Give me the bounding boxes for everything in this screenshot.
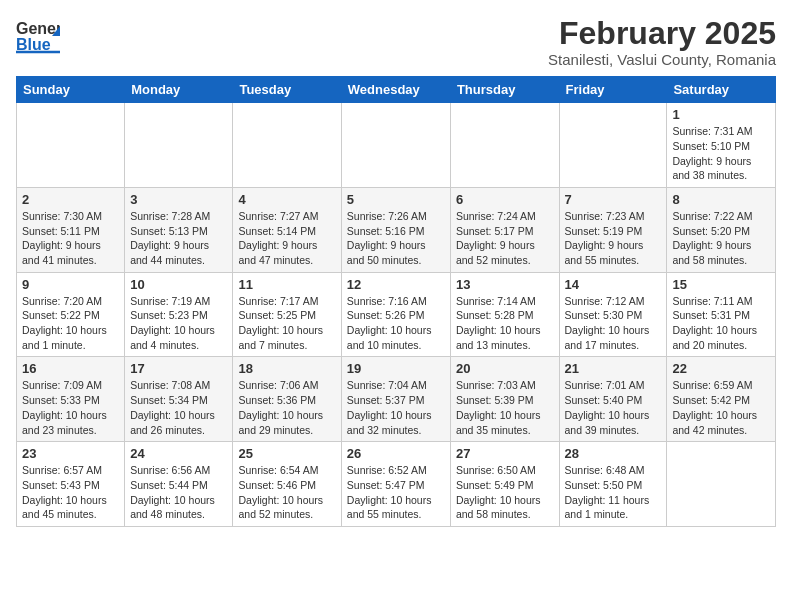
calendar-cell: 10Sunrise: 7:19 AM Sunset: 5:23 PM Dayli… (125, 272, 233, 357)
day-number: 24 (130, 446, 227, 461)
day-number: 5 (347, 192, 445, 207)
day-number: 22 (672, 361, 770, 376)
day-number: 6 (456, 192, 554, 207)
weekday-header-monday: Monday (125, 77, 233, 103)
day-info: Sunrise: 7:24 AM Sunset: 5:17 PM Dayligh… (456, 209, 554, 268)
calendar-cell: 16Sunrise: 7:09 AM Sunset: 5:33 PM Dayli… (17, 357, 125, 442)
day-number: 4 (238, 192, 335, 207)
calendar-cell: 15Sunrise: 7:11 AM Sunset: 5:31 PM Dayli… (667, 272, 776, 357)
day-info: Sunrise: 7:08 AM Sunset: 5:34 PM Dayligh… (130, 378, 227, 437)
day-info: Sunrise: 7:09 AM Sunset: 5:33 PM Dayligh… (22, 378, 119, 437)
day-number: 17 (130, 361, 227, 376)
day-info: Sunrise: 6:54 AM Sunset: 5:46 PM Dayligh… (238, 463, 335, 522)
day-info: Sunrise: 7:01 AM Sunset: 5:40 PM Dayligh… (565, 378, 662, 437)
title-block: February 2025 Stanilesti, Vaslui County,… (548, 16, 776, 68)
calendar-cell: 19Sunrise: 7:04 AM Sunset: 5:37 PM Dayli… (341, 357, 450, 442)
day-info: Sunrise: 6:48 AM Sunset: 5:50 PM Dayligh… (565, 463, 662, 522)
day-number: 10 (130, 277, 227, 292)
day-number: 13 (456, 277, 554, 292)
day-number: 21 (565, 361, 662, 376)
day-number: 19 (347, 361, 445, 376)
weekday-header-thursday: Thursday (450, 77, 559, 103)
day-number: 12 (347, 277, 445, 292)
day-number: 11 (238, 277, 335, 292)
calendar-week-row: 9Sunrise: 7:20 AM Sunset: 5:22 PM Daylig… (17, 272, 776, 357)
calendar-cell (667, 442, 776, 527)
day-info: Sunrise: 6:56 AM Sunset: 5:44 PM Dayligh… (130, 463, 227, 522)
day-number: 15 (672, 277, 770, 292)
day-info: Sunrise: 7:12 AM Sunset: 5:30 PM Dayligh… (565, 294, 662, 353)
day-number: 18 (238, 361, 335, 376)
calendar-cell: 23Sunrise: 6:57 AM Sunset: 5:43 PM Dayli… (17, 442, 125, 527)
day-number: 27 (456, 446, 554, 461)
calendar-week-row: 2Sunrise: 7:30 AM Sunset: 5:11 PM Daylig… (17, 187, 776, 272)
calendar-cell: 8Sunrise: 7:22 AM Sunset: 5:20 PM Daylig… (667, 187, 776, 272)
calendar-cell (450, 103, 559, 188)
calendar-cell: 3Sunrise: 7:28 AM Sunset: 5:13 PM Daylig… (125, 187, 233, 272)
day-info: Sunrise: 6:57 AM Sunset: 5:43 PM Dayligh… (22, 463, 119, 522)
calendar-cell: 22Sunrise: 6:59 AM Sunset: 5:42 PM Dayli… (667, 357, 776, 442)
day-info: Sunrise: 6:52 AM Sunset: 5:47 PM Dayligh… (347, 463, 445, 522)
calendar-cell: 11Sunrise: 7:17 AM Sunset: 5:25 PM Dayli… (233, 272, 341, 357)
calendar-cell: 4Sunrise: 7:27 AM Sunset: 5:14 PM Daylig… (233, 187, 341, 272)
location-title: Stanilesti, Vaslui County, Romania (548, 51, 776, 68)
calendar-cell: 28Sunrise: 6:48 AM Sunset: 5:50 PM Dayli… (559, 442, 667, 527)
logo-icon: General Blue (16, 16, 60, 54)
calendar-cell: 9Sunrise: 7:20 AM Sunset: 5:22 PM Daylig… (17, 272, 125, 357)
calendar-cell (341, 103, 450, 188)
day-info: Sunrise: 7:17 AM Sunset: 5:25 PM Dayligh… (238, 294, 335, 353)
day-info: Sunrise: 7:20 AM Sunset: 5:22 PM Dayligh… (22, 294, 119, 353)
day-info: Sunrise: 7:04 AM Sunset: 5:37 PM Dayligh… (347, 378, 445, 437)
day-info: Sunrise: 7:16 AM Sunset: 5:26 PM Dayligh… (347, 294, 445, 353)
day-info: Sunrise: 7:11 AM Sunset: 5:31 PM Dayligh… (672, 294, 770, 353)
calendar-cell (125, 103, 233, 188)
day-info: Sunrise: 7:31 AM Sunset: 5:10 PM Dayligh… (672, 124, 770, 183)
day-info: Sunrise: 7:14 AM Sunset: 5:28 PM Dayligh… (456, 294, 554, 353)
calendar-cell: 24Sunrise: 6:56 AM Sunset: 5:44 PM Dayli… (125, 442, 233, 527)
calendar-cell (233, 103, 341, 188)
logo: General Blue (16, 16, 60, 54)
day-info: Sunrise: 7:30 AM Sunset: 5:11 PM Dayligh… (22, 209, 119, 268)
day-info: Sunrise: 7:19 AM Sunset: 5:23 PM Dayligh… (130, 294, 227, 353)
calendar-table: SundayMondayTuesdayWednesdayThursdayFrid… (16, 76, 776, 527)
day-info: Sunrise: 7:23 AM Sunset: 5:19 PM Dayligh… (565, 209, 662, 268)
weekday-header-friday: Friday (559, 77, 667, 103)
day-info: Sunrise: 7:22 AM Sunset: 5:20 PM Dayligh… (672, 209, 770, 268)
calendar-cell: 5Sunrise: 7:26 AM Sunset: 5:16 PM Daylig… (341, 187, 450, 272)
calendar-cell: 1Sunrise: 7:31 AM Sunset: 5:10 PM Daylig… (667, 103, 776, 188)
calendar-week-row: 23Sunrise: 6:57 AM Sunset: 5:43 PM Dayli… (17, 442, 776, 527)
calendar-cell (559, 103, 667, 188)
day-number: 7 (565, 192, 662, 207)
weekday-header-wednesday: Wednesday (341, 77, 450, 103)
day-number: 1 (672, 107, 770, 122)
calendar-cell: 12Sunrise: 7:16 AM Sunset: 5:26 PM Dayli… (341, 272, 450, 357)
calendar-cell: 7Sunrise: 7:23 AM Sunset: 5:19 PM Daylig… (559, 187, 667, 272)
calendar-cell: 2Sunrise: 7:30 AM Sunset: 5:11 PM Daylig… (17, 187, 125, 272)
calendar-cell: 6Sunrise: 7:24 AM Sunset: 5:17 PM Daylig… (450, 187, 559, 272)
day-info: Sunrise: 6:59 AM Sunset: 5:42 PM Dayligh… (672, 378, 770, 437)
day-number: 20 (456, 361, 554, 376)
calendar-week-row: 16Sunrise: 7:09 AM Sunset: 5:33 PM Dayli… (17, 357, 776, 442)
day-number: 25 (238, 446, 335, 461)
day-number: 16 (22, 361, 119, 376)
weekday-header-saturday: Saturday (667, 77, 776, 103)
day-number: 28 (565, 446, 662, 461)
day-number: 26 (347, 446, 445, 461)
page-header: General Blue February 2025 Stanilesti, V… (16, 16, 776, 68)
calendar-cell: 14Sunrise: 7:12 AM Sunset: 5:30 PM Dayli… (559, 272, 667, 357)
day-info: Sunrise: 6:50 AM Sunset: 5:49 PM Dayligh… (456, 463, 554, 522)
weekday-header-tuesday: Tuesday (233, 77, 341, 103)
calendar-cell: 21Sunrise: 7:01 AM Sunset: 5:40 PM Dayli… (559, 357, 667, 442)
day-info: Sunrise: 7:03 AM Sunset: 5:39 PM Dayligh… (456, 378, 554, 437)
calendar-cell: 26Sunrise: 6:52 AM Sunset: 5:47 PM Dayli… (341, 442, 450, 527)
calendar-cell: 17Sunrise: 7:08 AM Sunset: 5:34 PM Dayli… (125, 357, 233, 442)
calendar-cell: 18Sunrise: 7:06 AM Sunset: 5:36 PM Dayli… (233, 357, 341, 442)
weekday-header-sunday: Sunday (17, 77, 125, 103)
weekday-header-row: SundayMondayTuesdayWednesdayThursdayFrid… (17, 77, 776, 103)
month-title: February 2025 (548, 16, 776, 51)
day-number: 14 (565, 277, 662, 292)
calendar-cell: 25Sunrise: 6:54 AM Sunset: 5:46 PM Dayli… (233, 442, 341, 527)
day-info: Sunrise: 7:28 AM Sunset: 5:13 PM Dayligh… (130, 209, 227, 268)
day-number: 3 (130, 192, 227, 207)
day-number: 8 (672, 192, 770, 207)
